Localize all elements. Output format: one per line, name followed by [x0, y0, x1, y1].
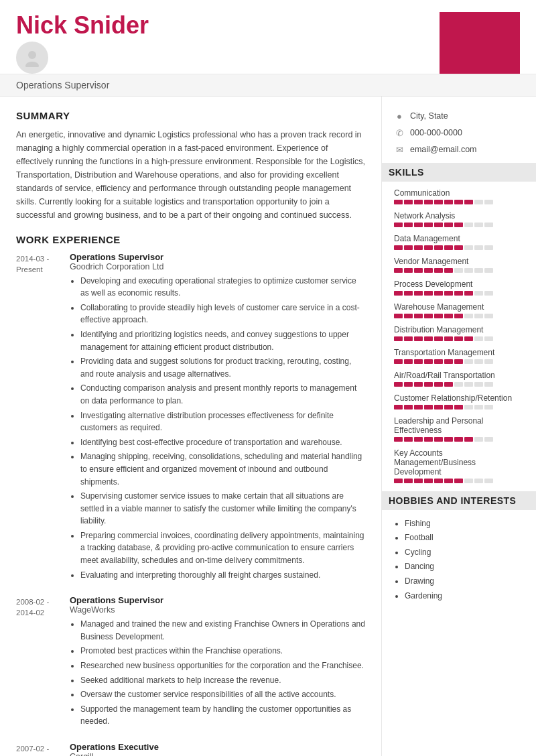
skill-bar-segment — [414, 291, 423, 296]
skill-bar-segment — [414, 405, 423, 410]
skill-bar-segment — [484, 223, 493, 227]
work-job-title-1: Operations Supervisor — [70, 252, 365, 262]
skill-item: Distribution Management — [394, 325, 524, 341]
list-item: Providing data and suggest solutions for… — [80, 355, 365, 380]
header-accent — [440, 12, 520, 74]
skill-bar-segment — [464, 359, 473, 364]
skill-bar-segment — [474, 314, 483, 318]
skill-bar-segment — [404, 223, 413, 227]
skill-bar-segment — [434, 382, 443, 387]
skill-bar — [394, 245, 524, 250]
list-item: Supported the management team by handlin… — [80, 703, 365, 728]
work-company-1: Goodrich Corporation Ltd — [70, 262, 365, 271]
skill-bar-segment — [434, 200, 443, 204]
email-icon: ✉ — [394, 145, 405, 155]
contact-location: ● City, State — [394, 111, 524, 121]
work-job-title-2: Operations Supervisor — [70, 595, 365, 605]
skill-bar-segment — [434, 359, 443, 364]
skill-bar-segment — [454, 437, 463, 442]
hobbies-list: FishingFootballCyclingDancingDrawingGard… — [394, 517, 524, 604]
skill-bar-segment — [424, 291, 433, 296]
skill-bar-segment — [414, 336, 423, 341]
svg-point-1 — [25, 62, 39, 67]
work-bullets-1: Developing and executing operational str… — [70, 275, 365, 582]
skill-name: Vendor Management — [394, 257, 524, 266]
skill-bar-segment — [444, 200, 453, 204]
resume-page: Nick Snider Operations Supervisor SUMMAR… — [0, 0, 536, 756]
skill-bar-segment — [424, 405, 433, 410]
skill-bar-segment — [434, 314, 443, 318]
skill-bar-segment — [454, 223, 463, 227]
skill-bar-segment — [434, 437, 443, 442]
hobby-item: Football — [405, 531, 524, 546]
hobbies-section-title: HOBBIES AND INTERESTS — [382, 491, 536, 510]
skill-name: Communication — [394, 188, 524, 198]
skill-bar-segment — [434, 268, 443, 273]
skill-bar — [394, 336, 524, 341]
job-title: Operations Supervisor — [16, 80, 109, 90]
skill-bar-segment — [404, 359, 413, 364]
list-item: Identifying and prioritizing logistics n… — [80, 328, 365, 353]
skill-bar-segment — [444, 336, 453, 341]
skill-bar-segment — [474, 382, 483, 387]
work-details-2: Operations Supervisor WageWorks Managed … — [70, 595, 365, 730]
skill-bar-segment — [474, 479, 483, 483]
skill-bar-segment — [474, 245, 483, 250]
skill-bar-segment — [484, 437, 493, 442]
summary-section-title: SUMMARY — [16, 110, 365, 121]
skill-bar-segment — [474, 268, 483, 273]
skill-bar-segment — [474, 200, 483, 204]
skill-bar-segment — [434, 405, 443, 410]
skill-bar-segment — [404, 382, 413, 387]
skill-bar-segment — [464, 200, 473, 204]
skill-bar-segment — [404, 314, 413, 318]
skill-bar-segment — [414, 437, 423, 442]
skill-bar-segment — [434, 223, 443, 227]
location-text: City, State — [410, 111, 448, 121]
skill-bar-segment — [444, 291, 453, 296]
skill-bar-segment — [474, 223, 483, 227]
skill-name: Customer Relationship/Retention — [394, 393, 524, 403]
work-entry-2: 2008-02 - 2014-02 Operations Supervisor … — [16, 595, 365, 730]
skill-name: Transportation Management — [394, 348, 524, 357]
skill-bar-segment — [414, 479, 423, 483]
skill-bar-segment — [394, 405, 403, 410]
skill-bar — [394, 268, 524, 273]
skill-bar-segment — [414, 245, 423, 250]
skill-bar-segment — [404, 291, 413, 296]
phone-text: 000-000-0000 — [410, 128, 462, 137]
skill-bar-segment — [464, 245, 473, 250]
skill-bar-segment — [464, 268, 473, 273]
list-item: Supervising customer service issues to m… — [80, 490, 365, 527]
skill-item: Vendor Management — [394, 257, 524, 273]
skill-bar-segment — [404, 200, 413, 204]
skill-bar-segment — [444, 245, 453, 250]
list-item: Conducting comparison analysis and prese… — [80, 382, 365, 407]
skill-bar-segment — [424, 314, 433, 318]
skill-bar-segment — [474, 437, 483, 442]
skill-bar-segment — [394, 245, 403, 250]
left-column: SUMMARY An energetic, innovative and dyn… — [0, 97, 382, 756]
skill-bar-segment — [404, 336, 413, 341]
hobby-item: Gardening — [405, 589, 524, 604]
skill-bar-segment — [464, 382, 473, 387]
skill-bar-segment — [394, 382, 403, 387]
skill-bar — [394, 382, 524, 387]
skill-bar-segment — [454, 268, 463, 273]
skill-name: Data Management — [394, 234, 524, 243]
work-job-title-3: Operations Executive — [70, 742, 365, 752]
work-dates-3: 2007-02 - 2008-01 — [16, 742, 70, 756]
avatar — [16, 42, 48, 74]
skill-bar-segment — [424, 479, 433, 483]
hobby-item: Dancing — [405, 560, 524, 574]
skill-bar-segment — [464, 336, 473, 341]
skill-bar — [394, 314, 524, 318]
work-company-3: Cargill — [70, 752, 365, 756]
skill-bar-segment — [414, 382, 423, 387]
skill-bar-segment — [484, 359, 493, 364]
skill-bar — [394, 291, 524, 296]
skill-bar-segment — [424, 382, 433, 387]
skill-bar-segment — [484, 336, 493, 341]
list-item: Researched new business opportunities fo… — [80, 659, 365, 672]
skill-bar-segment — [394, 200, 403, 204]
